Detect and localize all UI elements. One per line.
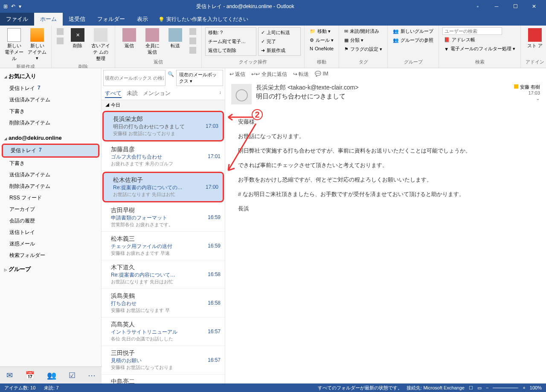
quick-replydel-button[interactable]: 返信して削除 bbox=[206, 46, 255, 55]
reading-reply-all[interactable]: ↩↩ 全員に返信 bbox=[251, 71, 287, 78]
reply-button[interactable]: 返信 bbox=[119, 27, 140, 50]
junk-button[interactable] bbox=[55, 37, 65, 45]
message-item[interactable]: 松本義三チェック用ファイルの送付16:59安藤様 お疲れさまです 早速 bbox=[102, 232, 225, 260]
tab-send-receive[interactable]: 送受信 bbox=[63, 13, 91, 26]
category-button[interactable]: ▦ 分類 ▾ bbox=[343, 36, 384, 44]
im-reply-button[interactable] bbox=[188, 37, 198, 45]
forward-button[interactable]: 転送 bbox=[165, 27, 186, 50]
sort-button[interactable]: ↓ bbox=[219, 89, 222, 98]
browse-groups-button[interactable]: 👥 グループの参照 bbox=[391, 36, 435, 44]
msg-sender: 長浜栄太郎 bbox=[113, 115, 218, 123]
msg-subject: 申請書類のフォーマット bbox=[111, 214, 167, 222]
view-reading-icon[interactable]: ▭ bbox=[477, 385, 482, 391]
message-item[interactable]: 加藤昌彦ゴルフ大会打ち合わせ17:01お疲れさまです 来月のゴルフ bbox=[102, 142, 225, 171]
onenote-button[interactable]: N OneNote bbox=[308, 45, 335, 52]
address-book-button[interactable]: 📕 アドレス帳 bbox=[442, 36, 517, 44]
groups-header[interactable]: グループ bbox=[0, 263, 101, 276]
reading-im[interactable]: 💬 IM bbox=[315, 71, 328, 78]
message-item[interactable]: 中島亮二打ち上げ16:57 bbox=[102, 375, 225, 383]
new-group-button[interactable]: 👥 新しいグループ bbox=[391, 27, 435, 35]
quick-move-button[interactable]: 移動: ? bbox=[206, 29, 255, 37]
ribbon-options-icon[interactable]: ▫ bbox=[469, 1, 486, 12]
reading-reply[interactable]: ↩ 返信 bbox=[229, 71, 245, 78]
tab-file[interactable]: ファイル bbox=[0, 13, 34, 26]
message-item[interactable]: 長浜栄太郎明日の打ち合わせにつきまして17:03安藤様 お世話になっておりま bbox=[102, 111, 224, 141]
zoom-slider[interactable] bbox=[493, 388, 518, 388]
tell-me[interactable]: 💡 実行したい作業を入力してください bbox=[154, 13, 253, 26]
expand-header-icon[interactable]: ⌄ bbox=[514, 95, 540, 101]
mail-view-icon[interactable]: ✉ bbox=[6, 371, 13, 380]
tasks-view-icon[interactable]: ☑ bbox=[69, 371, 76, 380]
fav-sent[interactable]: 送信済みアイテム bbox=[0, 94, 101, 106]
ignore-button[interactable] bbox=[55, 27, 65, 36]
account-outbox[interactable]: 送信トレイ bbox=[0, 227, 101, 238]
message-search-input[interactable] bbox=[103, 70, 166, 86]
people-view-icon[interactable]: 👥 bbox=[47, 371, 56, 380]
message-item[interactable]: 吉田早樹申請書類のフォーマット16:59営業部各位 お疲れさまです。 bbox=[102, 203, 225, 232]
folder-pane: お気に入り 受信トレイ7 送信済みアイテム 下書き 削除済みアイテム ando@… bbox=[0, 68, 102, 383]
body-paragraph: できれば事前にチェックさせて頂きたいと考えております。 bbox=[238, 160, 533, 171]
undo-icon[interactable]: ↶ bbox=[11, 3, 15, 9]
quick-boss-button[interactable]: ✓ 上司に転送 bbox=[259, 29, 299, 37]
account-deleted[interactable]: 削除済みアイテム bbox=[0, 181, 101, 192]
message-item[interactable]: 松木佐和子Re:提案書の内容についての…17:00お世話になります 先日はお忙 bbox=[102, 172, 224, 202]
search-icon[interactable]: 🔍 bbox=[166, 70, 175, 86]
account-junk[interactable]: 迷惑メール bbox=[0, 238, 101, 250]
move-button[interactable]: 📁 移動 ▾ bbox=[308, 27, 335, 35]
reading-forward[interactable]: ↪ 転送 bbox=[293, 71, 309, 78]
people-search-input[interactable] bbox=[442, 27, 502, 35]
view-normal-icon[interactable]: ☐ bbox=[469, 385, 473, 391]
fav-inbox[interactable]: 受信トレイ7 bbox=[0, 83, 101, 94]
cleanup-button[interactable]: 古いアイテ ムの整理 bbox=[90, 27, 111, 63]
calendar-view-icon[interactable]: 📅 bbox=[25, 371, 35, 380]
account-archive[interactable]: アーカイブ bbox=[0, 204, 101, 215]
tab-home[interactable]: ホーム bbox=[34, 13, 63, 26]
more-respond-button[interactable] bbox=[188, 46, 198, 55]
reply-all-button[interactable]: 全員に 返信 bbox=[142, 27, 163, 56]
message-item[interactable]: 三田悦子見積のお願い16:57安藤様 お世話になっておりま bbox=[102, 346, 225, 375]
quick-team-button[interactable]: チーム宛て電子… bbox=[206, 37, 255, 46]
date-group-today[interactable]: ◢ 今日 bbox=[102, 100, 225, 110]
account-rss[interactable]: RSS フィード bbox=[0, 192, 101, 204]
group-label-move: 移動 bbox=[308, 58, 335, 66]
new-mail-button[interactable]: 新しい 電子メール bbox=[3, 27, 25, 63]
msg-sender: 加藤昌彦 bbox=[111, 146, 221, 153]
meeting-button[interactable] bbox=[188, 27, 198, 36]
zoom-in-button[interactable]: + bbox=[523, 385, 525, 390]
msg-subject: 見積のお願い bbox=[111, 357, 142, 364]
filter-email-button[interactable]: ▼ 電子メールのフィルター処理 ▾ bbox=[442, 45, 517, 53]
flag-button[interactable]: ⚑ フラグの設定 ▾ bbox=[343, 45, 384, 53]
store-button[interactable]: スト ア bbox=[524, 27, 546, 50]
filter-mention[interactable]: メンション bbox=[143, 89, 171, 98]
account-drafts[interactable]: 下書き bbox=[0, 158, 101, 169]
msg-time: 17:03 bbox=[206, 123, 218, 130]
more-views-icon[interactable]: ⋯ bbox=[88, 371, 96, 380]
fav-drafts[interactable]: 下書き bbox=[0, 106, 101, 117]
close-button[interactable]: ✕ bbox=[526, 1, 543, 12]
account-history[interactable]: 会話の履歴 bbox=[0, 215, 101, 227]
tab-folder[interactable]: フォルダー bbox=[91, 13, 131, 26]
filter-unread[interactable]: 未読 bbox=[127, 89, 138, 98]
message-item[interactable]: 浜島美鶴打ち合わせ16:58安藤様 お世話になります 早 bbox=[102, 289, 225, 317]
message-item[interactable]: 木下道久Re:提案書の内容について…16:58お世話になります 先日はお忙 bbox=[102, 260, 225, 289]
delete-button[interactable]: ✕削除 bbox=[67, 27, 88, 50]
account-sent[interactable]: 送信済みアイテム bbox=[0, 169, 101, 181]
account-inbox[interactable]: 受信トレイ7 bbox=[2, 144, 99, 158]
favorites-header[interactable]: お気に入り bbox=[0, 70, 101, 83]
minimize-button[interactable]: ─ bbox=[488, 1, 505, 12]
quick-done-button[interactable]: ✓ 完了 bbox=[259, 37, 299, 46]
group-label-groups: グループ bbox=[391, 58, 435, 66]
fav-deleted[interactable]: 削除済みアイテム bbox=[0, 117, 101, 129]
quick-create-button[interactable]: ➜ 新規作成 bbox=[259, 46, 299, 55]
message-item[interactable]: 高島英人イントラサイトリニューアル16:57各位 先日の会議でお話しした bbox=[102, 317, 225, 346]
new-items-button[interactable]: 新しい アイテム ▾ bbox=[26, 27, 48, 62]
maximize-button[interactable]: ☐ bbox=[507, 1, 524, 12]
zoom-out-button[interactable]: − bbox=[486, 385, 488, 390]
tab-view[interactable]: 表示 bbox=[131, 13, 154, 26]
unread-button[interactable]: ✉ 未読/開封済み bbox=[343, 27, 384, 35]
filter-all[interactable]: すべて bbox=[105, 89, 122, 98]
search-scope[interactable]: 現在のメールボックス ▾ bbox=[176, 70, 223, 86]
rules-button[interactable]: ⚙ ルール ▾ bbox=[308, 36, 335, 44]
account-search[interactable]: 検索フォルダー bbox=[0, 250, 101, 261]
account-header[interactable]: ando@dekiru.online bbox=[0, 132, 101, 144]
